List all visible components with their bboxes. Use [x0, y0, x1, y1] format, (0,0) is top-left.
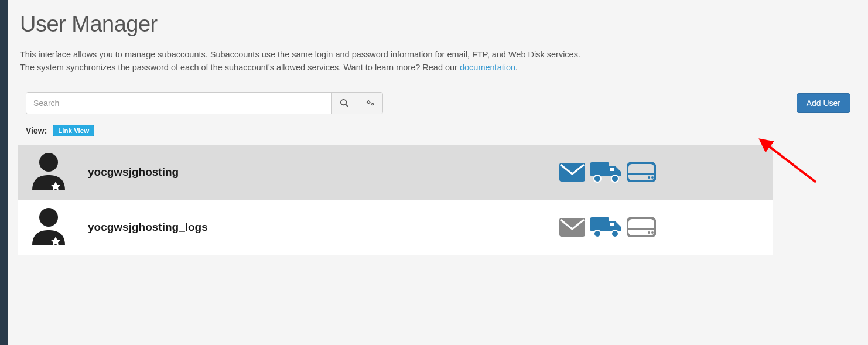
svg-point-23: [651, 231, 654, 234]
svg-rect-10: [627, 163, 655, 182]
user-row[interactable]: yocgwsjghosting_logs: [18, 200, 773, 255]
svg-point-0: [341, 100, 346, 105]
svg-point-4: [39, 153, 58, 172]
ftp-icon: [590, 161, 622, 183]
avatar: [29, 151, 70, 194]
view-badge[interactable]: Link View: [53, 125, 94, 136]
svg-point-12: [648, 176, 650, 179]
main-content: User Manager This interface allows you t…: [8, 0, 868, 255]
page-title: User Manager: [20, 12, 856, 37]
svg-point-7: [594, 175, 601, 182]
settings-button[interactable]: [357, 93, 382, 114]
service-webdisk[interactable]: [627, 162, 656, 182]
svg-rect-6: [590, 162, 609, 176]
search-input[interactable]: [26, 93, 331, 114]
svg-line-1: [346, 104, 348, 107]
user-avatar-icon: [29, 206, 68, 247]
user-row[interactable]: yocgwsjghosting: [18, 145, 773, 200]
email-icon: [559, 217, 586, 237]
svg-rect-19: [610, 223, 614, 226]
search-button[interactable]: [331, 93, 357, 114]
sidebar-stub: [0, 0, 8, 345]
user-avatar-icon: [29, 151, 68, 192]
description-tail: .: [515, 63, 518, 72]
svg-rect-9: [610, 168, 614, 171]
svg-rect-20: [627, 218, 655, 237]
service-email[interactable]: [559, 162, 586, 182]
services: [559, 161, 761, 183]
svg-point-8: [611, 175, 618, 182]
username: yocgwsjghosting_logs: [70, 221, 559, 234]
email-icon: [559, 162, 586, 182]
toolbar: Add User: [20, 92, 856, 114]
view-row: View: Link View: [20, 125, 856, 136]
svg-point-2: [368, 101, 369, 103]
page-description: This interface allows you to manage suba…: [20, 49, 582, 74]
svg-point-17: [594, 230, 601, 237]
svg-point-14: [39, 208, 58, 227]
svg-point-18: [611, 230, 618, 237]
webdisk-icon: [627, 162, 656, 182]
svg-point-13: [651, 176, 654, 179]
view-label: View:: [26, 126, 47, 135]
svg-point-22: [648, 231, 650, 234]
service-email[interactable]: [559, 217, 586, 237]
webdisk-icon: [627, 217, 656, 237]
search-group: [26, 92, 383, 114]
ftp-icon: [590, 216, 622, 238]
search-icon: [340, 98, 348, 107]
services: [559, 216, 761, 238]
service-ftp[interactable]: [590, 161, 622, 183]
add-user-button[interactable]: Add User: [797, 93, 850, 113]
gears-icon: [365, 98, 375, 108]
svg-point-3: [372, 104, 373, 105]
username: yocgwsjghosting: [70, 166, 559, 179]
service-ftp[interactable]: [590, 216, 622, 238]
service-webdisk[interactable]: [627, 217, 656, 237]
documentation-link[interactable]: documentation: [460, 63, 515, 72]
user-list: yocgwsjghosting yocgwsjghosting_logs: [18, 145, 773, 255]
svg-rect-16: [590, 217, 609, 231]
avatar: [29, 206, 70, 249]
